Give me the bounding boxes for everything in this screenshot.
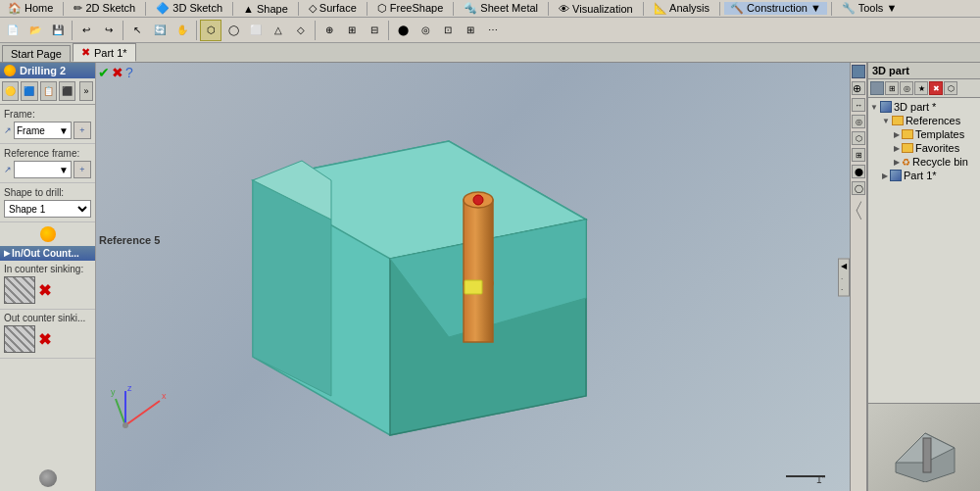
frame-arrow-icon: ↗ — [4, 125, 12, 135]
question-btn[interactable]: ? — [125, 65, 133, 80]
settings-icon[interactable] — [39, 469, 57, 487]
svg-rect-9 — [465, 280, 482, 294]
tool-b10[interactable]: ⊡ — [437, 20, 459, 41]
svg-text:z: z — [127, 383, 132, 393]
menu-construction[interactable]: 🔨 Construction ▼ — [724, 2, 827, 15]
menu-tools[interactable]: 🔧 Tools ▼ — [836, 2, 903, 15]
drilling-header: Drilling 2 — [0, 63, 95, 78]
menu-shape[interactable]: ▲ Shape — [237, 3, 294, 15]
tool-b12[interactable]: ⋯ — [482, 20, 504, 41]
svg-point-10 — [473, 195, 483, 205]
refframe-dropdown[interactable]: ▼ — [14, 161, 72, 178]
panel-icon-2[interactable]: 🟦 — [21, 81, 37, 101]
viewport-collapse[interactable]: ◀ · · — [838, 258, 850, 296]
tool-undo[interactable]: ↩ — [75, 20, 97, 41]
refframe-chevron-icon: ▼ — [59, 165, 69, 175]
tool-b2[interactable]: ⬜ — [245, 20, 267, 41]
tool-save[interactable]: 💾 — [47, 20, 69, 41]
expand-icon-3dpart: ▼ — [870, 103, 878, 112]
confirm-btn[interactable]: ✔ — [98, 65, 110, 80]
tree-tool-5[interactable]: ✖ — [929, 81, 943, 95]
tree-item-templates[interactable]: ▶ Templates — [870, 127, 978, 141]
folder-icon-favorites — [902, 143, 913, 153]
tree-item-part1[interactable]: ▶ Part 1* — [870, 169, 978, 182]
icon-bar: 📄 📂 💾 ↩ ↪ ↖ 🔄 ✋ ⬡ ◯ ⬜ △ ◇ ⊕ ⊞ ⊟ ⬤ ◎ ⊡ ⊞ … — [0, 18, 980, 43]
menu-freeshape[interactable]: ⬡ FreeShape — [371, 2, 449, 15]
right-icon-5[interactable]: ⬡ — [852, 131, 865, 145]
panel-icon-3[interactable]: 📋 — [40, 81, 57, 101]
menu-2dsketch[interactable]: ✏ 2D Sketch — [68, 2, 141, 15]
menu-home[interactable]: 🏠 Home — [2, 2, 59, 15]
panel-icon-4[interactable]: ⬛ — [59, 81, 75, 101]
menu-analysis[interactable]: 📐 Analysis — [648, 2, 715, 15]
tool-b1[interactable]: ◯ — [222, 20, 244, 41]
tree-panel: ▼ 3D part * ▼ References ▶ Templates — [868, 98, 980, 403]
svg-line-13 — [116, 399, 125, 425]
in-counter-remove-btn[interactable]: ✖ — [38, 281, 51, 300]
right-icon-4[interactable]: ◎ — [852, 115, 865, 128]
tool-new[interactable]: 📄 — [2, 20, 24, 41]
frame-dropdown[interactable]: Frame ▼ — [14, 122, 72, 139]
frame-value: Frame — [17, 125, 45, 136]
svg-line-11 — [125, 401, 160, 425]
right-icon-arrows[interactable]: ╱╲ — [857, 202, 861, 220]
icon-sep1 — [72, 21, 73, 40]
tool-select[interactable]: ↖ — [126, 20, 148, 41]
tool-rotate[interactable]: 🔄 — [149, 20, 171, 41]
sep4 — [298, 2, 299, 16]
tool-b11[interactable]: ⊞ — [460, 20, 481, 41]
right-icon-8[interactable]: ◯ — [852, 181, 865, 195]
out-counter-remove-btn[interactable]: ✖ — [38, 330, 51, 349]
tool-b9[interactable]: ◎ — [415, 20, 436, 41]
right-icon-3[interactable]: ↔ — [852, 98, 865, 112]
tool-pan[interactable]: ✋ — [172, 20, 193, 41]
tree-label-favorites: Favorites — [915, 142, 959, 154]
tool-redo[interactable]: ↪ — [98, 20, 120, 41]
icon-sep5 — [388, 21, 389, 40]
refframe-section: Reference frame: ↗ ▼ + — [0, 144, 95, 183]
menu-surface[interactable]: ◇ Surface — [303, 2, 363, 15]
cancel-btn[interactable]: ✖ — [112, 65, 123, 80]
right-icon-2[interactable]: ⊕ — [852, 81, 865, 95]
tree-header: 3D part — [868, 63, 980, 79]
tool-open[interactable]: 📂 — [24, 20, 46, 41]
tree-tool-1[interactable] — [870, 81, 884, 95]
right-icon-6[interactable]: ⊞ — [852, 148, 865, 162]
shape-dropdown[interactable]: Shape 1 — [4, 200, 91, 218]
panel-icon-1[interactable]: 🟡 — [2, 81, 19, 101]
tree-item-favorites[interactable]: ▶ Favorites — [870, 141, 978, 155]
tab-part1[interactable]: ✖ Part 1* — [73, 43, 136, 62]
tree-tool-4[interactable]: ★ — [914, 81, 928, 95]
tree-item-recycle[interactable]: ▶ ♻ Recycle bin — [870, 155, 978, 169]
tree-item-3dpart[interactable]: ▼ 3D part * — [870, 100, 978, 114]
menu-sheetmetal[interactable]: 🔩 Sheet Metal — [458, 2, 544, 15]
tool-b4[interactable]: ◇ — [290, 20, 312, 41]
drill-indicator — [0, 222, 95, 246]
tool-b6[interactable]: ⊞ — [341, 20, 363, 41]
refframe-add-btn[interactable]: + — [74, 161, 91, 178]
right-icon-7[interactable]: ⬤ — [852, 165, 865, 178]
sep8 — [643, 2, 644, 16]
tree-tool-3[interactable]: ◎ — [900, 81, 913, 95]
panel-expand[interactable]: » — [79, 81, 93, 101]
tree-tool-6[interactable]: ⬡ — [944, 81, 957, 95]
tree-label-recycle: Recycle bin — [912, 156, 968, 168]
frame-add-btn[interactable]: + — [74, 122, 91, 139]
tab-bar: Start Page ✖ Part 1* — [0, 43, 980, 63]
tool-b7[interactable]: ⊟ — [364, 20, 385, 41]
viewport[interactable]: ✔ ✖ ? — [96, 63, 850, 491]
tool-b3[interactable]: △ — [268, 20, 289, 41]
sep10 — [831, 2, 832, 16]
tool-b8[interactable]: ⬤ — [392, 20, 414, 41]
menu-viz[interactable]: 👁 Visualization — [553, 3, 639, 15]
tab-startpage[interactable]: Start Page — [2, 45, 71, 62]
tool-drill[interactable]: ⬡ — [200, 20, 221, 41]
tree-label-3dpart: 3D part * — [894, 101, 936, 113]
tool-b5[interactable]: ⊕ — [318, 20, 340, 41]
panel-icons: 🟡 🟦 📋 ⬛ » — [0, 78, 95, 105]
tree-tool-2[interactable]: ⊞ — [885, 81, 899, 95]
tree-item-references[interactable]: ▼ References — [870, 114, 978, 127]
menu-3dsketch[interactable]: 🔷 3D Sketch — [150, 2, 228, 15]
right-icon-1[interactable] — [852, 65, 865, 78]
svg-text:x: x — [162, 391, 167, 401]
